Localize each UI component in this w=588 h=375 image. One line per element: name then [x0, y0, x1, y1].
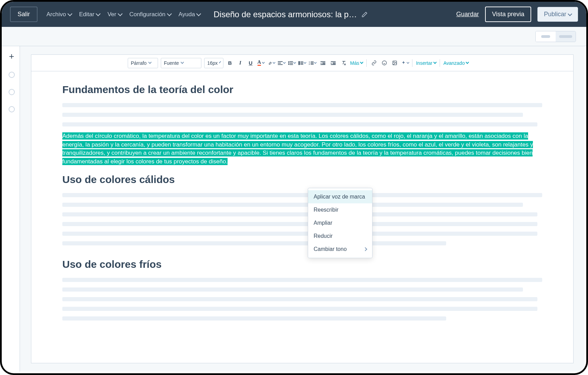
image-icon[interactable] — [391, 59, 398, 67]
menu-rewrite[interactable]: Reescribir — [308, 203, 372, 216]
title-wrap: Diseño de espacios armoniosos: la ps… — [213, 10, 453, 19]
chevron-down-icon — [568, 12, 572, 16]
ai-context-menu: Aplicar voz de marca Reescribir Ampliar … — [308, 188, 372, 258]
chevron-down-icon — [196, 11, 201, 16]
highlight-icon[interactable] — [267, 59, 275, 67]
editor-sheet: Párrafo Fuente 16px B I U A 12 Más — [31, 54, 574, 363]
rail-dot[interactable] — [9, 106, 15, 112]
separator — [440, 59, 440, 67]
select-label: 16px — [207, 60, 218, 66]
placeholder-line — [62, 278, 542, 282]
bold-icon[interactable]: B — [226, 59, 234, 67]
menu-label: Ver — [107, 11, 116, 18]
editor-toolbar: Párrafo Fuente 16px B I U A 12 Más — [31, 55, 573, 71]
svg-point-25 — [382, 61, 387, 65]
menu-editar[interactable]: Editar — [79, 11, 100, 18]
chevron-down-icon — [283, 61, 286, 63]
chevron-down-icon — [465, 61, 469, 64]
chevron-down-icon — [273, 61, 275, 63]
menu-change-tone[interactable]: Cambiar tono — [308, 243, 372, 256]
view-toggle[interactable] — [535, 31, 576, 42]
add-button[interactable]: + — [9, 52, 14, 61]
svg-point-6 — [298, 61, 300, 62]
placeholder-bar — [559, 35, 572, 38]
outdent-icon[interactable] — [319, 59, 327, 67]
top-bar: Salir Archivo Editar Ver Configuración A… — [2, 2, 586, 27]
exit-button[interactable]: Salir — [10, 7, 38, 22]
more-button[interactable]: Más — [350, 60, 363, 66]
chevron-down-icon — [219, 61, 221, 63]
placeholder-line — [62, 103, 542, 107]
heading: Fundamentos de la teoría del color — [62, 84, 542, 95]
placeholder-line — [62, 222, 537, 226]
placeholder-line — [62, 307, 537, 311]
chevron-down-icon — [67, 11, 72, 16]
placeholder-line — [62, 241, 446, 245]
svg-text:1: 1 — [309, 61, 310, 63]
placeholder-line — [62, 316, 446, 321]
placeholder-bar — [541, 35, 550, 38]
placeholder-line — [62, 212, 537, 216]
advanced-label: Avanzado — [443, 60, 465, 66]
publish-button[interactable]: Publicar — [537, 7, 578, 22]
rail-dot[interactable] — [9, 72, 15, 78]
chevron-down-icon — [180, 61, 184, 64]
menu-apply-brand-voice[interactable]: Aplicar voz de marca — [308, 190, 372, 203]
menu-shorten[interactable]: Reducir — [308, 230, 372, 243]
menu-label: Editar — [79, 11, 94, 18]
more-label: Más — [350, 60, 359, 66]
svg-point-7 — [298, 62, 300, 63]
paragraph-select[interactable]: Párrafo — [128, 58, 158, 68]
align-icon[interactable] — [278, 59, 285, 67]
chevron-down-icon — [148, 61, 151, 64]
advanced-button[interactable]: Avanzado — [443, 60, 469, 66]
size-select[interactable]: 16px — [204, 58, 223, 68]
preview-button[interactable]: Vista previa — [485, 7, 531, 22]
pencil-icon[interactable] — [361, 11, 368, 18]
link-icon[interactable] — [370, 59, 378, 67]
line-height-icon[interactable] — [288, 59, 296, 67]
number-list-icon[interactable]: 12 — [309, 59, 316, 67]
ai-sparkle-icon[interactable] — [401, 59, 409, 67]
sub-bar — [2, 27, 586, 46]
main-menu: Archivo Editar Ver Configuración Ayuda — [46, 11, 200, 18]
chevron-down-icon — [96, 11, 101, 16]
placeholder-line — [62, 193, 542, 197]
rail-dot[interactable] — [9, 89, 15, 95]
heading: Uso de colores cálidos — [62, 174, 542, 185]
chevron-right-icon — [363, 247, 367, 251]
underline-icon[interactable]: U — [247, 59, 254, 67]
chevron-down-icon — [262, 61, 265, 63]
svg-text:2: 2 — [309, 63, 310, 65]
toggle-segment-right[interactable] — [556, 31, 576, 42]
text-color-icon[interactable]: A — [257, 59, 265, 67]
menu-archivo[interactable]: Archivo — [46, 11, 72, 18]
insert-button[interactable]: Insertar — [416, 60, 436, 66]
svg-point-8 — [298, 64, 300, 65]
editor-content[interactable]: Fundamentos de la teoría del color Ademá… — [31, 71, 573, 338]
bullet-list-icon[interactable] — [298, 59, 306, 67]
menu-ver[interactable]: Ver — [107, 11, 122, 18]
placeholder-line — [62, 297, 537, 301]
clear-format-icon[interactable] — [340, 59, 347, 67]
menu-label: Ayuda — [179, 11, 195, 18]
emoji-icon[interactable] — [380, 59, 388, 67]
chevron-down-icon — [293, 61, 296, 63]
chevron-down-icon — [167, 11, 171, 16]
canvas: Párrafo Fuente 16px B I U A 12 Más — [20, 46, 585, 372]
indent-icon[interactable] — [329, 59, 337, 67]
font-select[interactable]: Fuente — [161, 58, 201, 68]
insert-label: Insertar — [416, 60, 432, 66]
heading: Uso de colores fríos — [62, 259, 542, 270]
toggle-segment-left[interactable] — [536, 31, 556, 42]
top-actions: Guardar Vista previa Publicar — [456, 7, 578, 22]
document-title[interactable]: Diseño de espacios armoniosos: la ps… — [213, 10, 358, 19]
placeholder-line — [62, 203, 523, 207]
menu-ayuda[interactable]: Ayuda — [179, 11, 201, 18]
menu-configuracion[interactable]: Configuración — [129, 11, 171, 18]
menu-expand[interactable]: Ampliar — [308, 216, 372, 230]
selected-text[interactable]: Además del círculo cromático, la tempera… — [62, 132, 542, 166]
italic-icon[interactable]: I — [237, 59, 244, 67]
save-button[interactable]: Guardar — [456, 11, 479, 18]
workspace: + Párrafo Fuente 16px B I U A — [3, 46, 585, 372]
